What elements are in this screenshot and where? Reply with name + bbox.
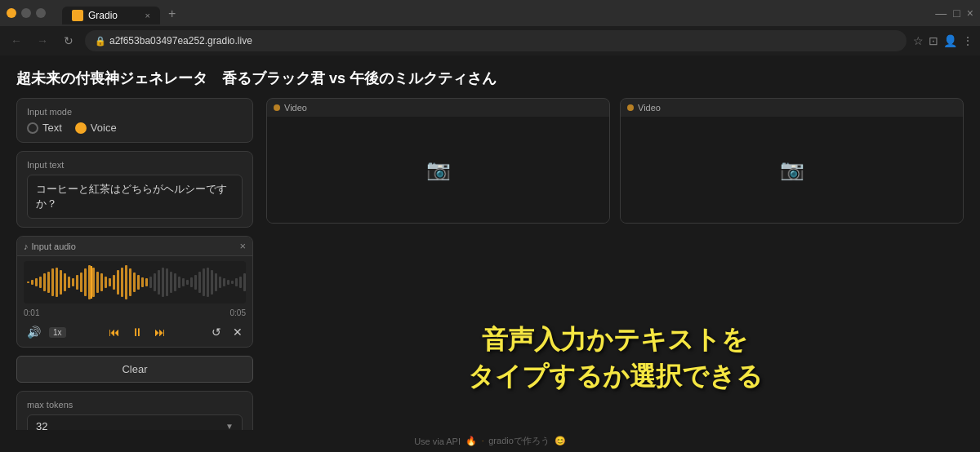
close-button[interactable] — [36, 8, 46, 18]
clear-button[interactable]: Clear — [16, 356, 253, 383]
video-body-left: 📷 — [267, 117, 609, 223]
radio-voice[interactable]: Voice — [75, 122, 117, 134]
active-tab[interactable]: Gradio × — [62, 7, 160, 24]
rewind-btn[interactable]: ⏮ — [105, 324, 123, 340]
input-text-field[interactable]: コーヒーと紅茶はどちらがヘルシーですか？ — [27, 175, 243, 219]
tab-label: Gradio — [88, 10, 118, 21]
page-title: 超未来の付喪神ジェネレータ 香るブラック君 vs 午後のミルクティさん — [16, 69, 964, 88]
footer-gradio-text: gradioで作ろう — [488, 435, 550, 447]
window-minimize-icon[interactable]: — — [935, 7, 947, 20]
footer-emoji: 😊 — [555, 436, 566, 446]
tab-bar: Gradio × + — [56, 2, 190, 24]
tab-close-btn[interactable]: × — [145, 11, 150, 20]
lock-icon: 🔒 — [95, 36, 106, 47]
forward-button[interactable]: → — [33, 31, 52, 51]
right-panel: Video 📷 Video 📷 — [266, 98, 964, 430]
left-panel: Input mode Text Voice Input text コーヒーと紅 — [16, 98, 253, 430]
input-mode-section: Input mode Text Voice — [16, 98, 253, 143]
minimize-button[interactable] — [7, 8, 16, 18]
window-restore-icon[interactable]: □ — [953, 7, 960, 20]
audio-header-label: ♪ Input audio — [24, 242, 76, 251]
back-button[interactable]: ← — [7, 31, 26, 51]
tokens-select[interactable]: 32 ▼ — [27, 414, 243, 430]
audio-close-btn[interactable]: × — [239, 240, 246, 252]
time-end: 0:05 — [230, 308, 246, 317]
radio-text[interactable]: Text — [27, 122, 62, 134]
video-panel-left: Video 📷 — [266, 98, 610, 224]
video-dot-right — [627, 104, 634, 111]
video-label-right: Video — [638, 103, 661, 113]
star-icon[interactable]: ☆ — [913, 34, 924, 47]
video-camera-icon-right: 📷 — [780, 158, 804, 181]
radio-text-label: Text — [42, 122, 62, 134]
footer-dot: · — [482, 437, 483, 445]
video-label-left: Video — [284, 103, 307, 113]
delete-btn[interactable]: ✕ — [229, 324, 246, 340]
music-icon: ♪ — [24, 242, 29, 251]
address-input[interactable]: 🔒 a2f653ba03497ea252.gradio.live — [85, 30, 906, 51]
title-bar: Gradio × + — □ × — [0, 0, 980, 26]
toolbar-icons: ☆ ⊡ 👤 ⋮ — [913, 34, 973, 47]
radio-voice-label: Voice — [91, 122, 117, 134]
video-header-right: Video — [621, 99, 963, 117]
footer-api-text: Use via API — [414, 436, 461, 446]
radio-voice-circle — [75, 122, 87, 134]
input-text-label: Input text — [27, 160, 243, 170]
input-mode-label: Input mode — [27, 107, 243, 117]
url-text: a2f653ba03497ea252.gradio.live — [109, 35, 252, 47]
reset-btn[interactable]: ↺ — [208, 324, 225, 340]
extensions-icon[interactable]: ⊡ — [929, 34, 938, 47]
tokens-value: 32 — [36, 420, 47, 430]
main-layout: Input mode Text Voice Input text コーヒーと紅 — [16, 98, 964, 430]
video-camera-icon-left: 📷 — [426, 158, 451, 181]
window-controls — [7, 8, 46, 18]
time-start: 0:01 — [24, 308, 39, 317]
volume-icon[interactable]: 🔊 — [24, 324, 44, 340]
input-text-section: Input text コーヒーと紅茶はどちらがヘルシーですか？ — [16, 151, 253, 228]
page-content: 超未来の付喪神ジェネレータ 香るブラック君 vs 午後のミルクティさん Inpu… — [0, 55, 980, 430]
max-tokens-label: max tokens — [27, 400, 243, 410]
profile-icon[interactable]: 👤 — [943, 34, 957, 47]
video-panel-right: Video 📷 — [620, 98, 964, 224]
browser-chrome: Gradio × + — □ × ← → ↻ 🔒 a2f653ba03497ea… — [0, 0, 980, 55]
waveform-visual — [27, 266, 243, 299]
audio-waveform[interactable] — [24, 261, 246, 304]
address-bar: ← → ↻ 🔒 a2f653ba03497ea252.gradio.live ☆… — [0, 26, 980, 55]
overlay-area: 音声入力かテキストを タイプするか選択できる — [266, 232, 964, 430]
window-close-icon[interactable]: × — [967, 7, 973, 20]
menu-icon[interactable]: ⋮ — [962, 34, 973, 47]
refresh-button[interactable]: ↻ — [59, 31, 78, 51]
radio-group: Text Voice — [27, 122, 243, 134]
fast-forward-btn[interactable]: ⏭ — [151, 324, 169, 340]
overlay-text: 音声入力かテキストを タイプするか選択できる — [468, 321, 763, 395]
page-footer: Use via API 🔥 · gradioで作ろう 😊 — [0, 430, 980, 452]
overlay-line1: 音声入力かテキストを — [468, 321, 763, 358]
restore-button[interactable] — [21, 8, 31, 18]
audio-label-text: Input audio — [32, 242, 76, 251]
footer-fire-icon: 🔥 — [466, 436, 477, 446]
new-tab-button[interactable]: + — [160, 3, 184, 24]
audio-controls: 🔊 1x ⏮ ⏸ ⏭ ↺ ✕ — [17, 321, 252, 347]
input-text-value: コーヒーと紅茶はどちらがヘルシーですか？ — [36, 183, 227, 210]
overlay-line2: タイプするか選択できる — [468, 358, 763, 395]
audio-header: ♪ Input audio × — [17, 237, 252, 256]
max-tokens-section: max tokens 32 ▼ — [16, 391, 253, 430]
pause-btn[interactable]: ⏸ — [128, 324, 146, 340]
audio-timestamps: 0:01 0:05 — [17, 308, 252, 317]
radio-text-circle — [27, 122, 38, 134]
speed-badge[interactable]: 1x — [49, 327, 66, 338]
audio-section: ♪ Input audio × 0:01 0:05 🔊 1x — [16, 236, 253, 348]
video-dot-left — [274, 104, 280, 111]
video-body-right: 📷 — [621, 117, 963, 223]
chevron-down-icon: ▼ — [225, 422, 234, 430]
tab-favicon — [72, 10, 83, 21]
waveform-cursor — [91, 266, 92, 299]
video-header-left: Video — [267, 99, 609, 117]
video-row: Video 📷 Video 📷 — [266, 98, 964, 224]
